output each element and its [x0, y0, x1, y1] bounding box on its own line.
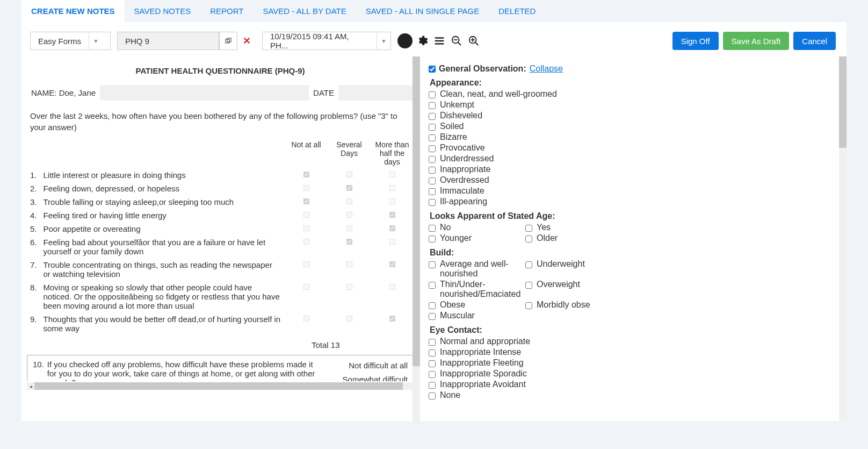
tab-4[interactable]: SAVED - ALL IN SINGLE PAGE: [356, 0, 489, 22]
phq-row: 2.Feeling down, depressed, or hopeless: [27, 182, 414, 195]
q10-option[interactable]: Not difficult at all: [332, 359, 408, 373]
vertical-scrollbar-left[interactable]: [413, 56, 420, 421]
row-text: Trouble falling or staying asleep,or sle…: [40, 195, 285, 209]
collapse-link[interactable]: Collapse: [530, 64, 563, 74]
phq-checkbox[interactable]: [346, 212, 352, 218]
option-checkbox[interactable]: [429, 156, 436, 163]
option-checkbox[interactable]: [429, 313, 436, 320]
option-checkbox[interactable]: [429, 225, 436, 232]
phq-checkbox[interactable]: [346, 185, 352, 191]
option-checkbox[interactable]: [429, 124, 436, 131]
option-checkbox[interactable]: [429, 145, 436, 152]
phq-checkbox[interactable]: [346, 198, 352, 205]
scrollbar-thumb[interactable]: [839, 56, 847, 148]
tab-2[interactable]: REPORT: [200, 0, 253, 22]
option-checkbox[interactable]: [429, 199, 436, 206]
phq-checkbox[interactable]: [303, 261, 309, 268]
option-checkbox[interactable]: [429, 188, 436, 195]
option-label: Younger: [440, 233, 472, 243]
option-checkbox[interactable]: [429, 113, 436, 120]
option-checkbox[interactable]: [525, 261, 532, 268]
phq-checkbox[interactable]: [389, 225, 395, 232]
option-checkbox[interactable]: [429, 339, 436, 346]
phq-checkbox[interactable]: [389, 198, 395, 205]
subsection-header: Build:: [429, 248, 841, 258]
zoom-in-button[interactable]: [466, 33, 481, 48]
option-checkbox[interactable]: [429, 371, 436, 378]
datetime-select[interactable]: 10/19/2015 09:41 AM, PH... ▼: [262, 32, 391, 50]
popout-icon: [225, 38, 232, 44]
phq-checkbox[interactable]: [346, 225, 352, 232]
date-label: DATE: [309, 85, 338, 101]
phq-checkbox[interactable]: [303, 316, 309, 322]
close-button[interactable]: ✕: [237, 32, 256, 50]
form-select[interactable]: Easy Forms ▼: [30, 32, 111, 50]
option-checkbox[interactable]: [429, 91, 436, 98]
phq-row: 9.Thoughts that you would be better off …: [27, 312, 414, 335]
phq-checkbox[interactable]: [346, 284, 352, 290]
tab-3[interactable]: SAVED - ALL BY DATE: [253, 0, 356, 22]
phq-checkbox[interactable]: [389, 284, 395, 290]
option-checkbox[interactable]: [429, 302, 436, 309]
phq-checkbox[interactable]: [303, 239, 309, 245]
option-checkbox[interactable]: [429, 360, 436, 367]
phq-checkbox[interactable]: [389, 261, 395, 268]
cancel-button[interactable]: Cancel: [793, 32, 836, 50]
settings-button[interactable]: [415, 33, 430, 48]
phq-checkbox[interactable]: [346, 239, 352, 245]
popout-button[interactable]: [219, 32, 237, 50]
option-checkbox[interactable]: [429, 177, 436, 184]
save-draft-button[interactable]: Save As Draft: [723, 32, 790, 50]
datetime-select-label: 10/19/2015 09:41 AM, PH...: [263, 32, 377, 50]
option-checkbox[interactable]: [429, 167, 436, 174]
phq-checkbox[interactable]: [346, 172, 352, 178]
phq-checkbox[interactable]: [303, 284, 309, 290]
row-num: 4.: [27, 209, 40, 222]
option-checkbox[interactable]: [429, 282, 436, 289]
option-checkbox[interactable]: [429, 236, 436, 243]
tab-5[interactable]: DELETED: [489, 0, 545, 22]
option-checkbox[interactable]: [429, 261, 436, 268]
option-checkbox[interactable]: [525, 236, 532, 243]
vertical-scrollbar-right[interactable]: [839, 56, 847, 421]
left-panel: PATIENT HEALTH QUESTIONNAIRE (PHQ-9) NAM…: [21, 56, 419, 421]
phq-row: 4.Feeling tired or having little energy: [27, 209, 414, 222]
scrollbar-thumb[interactable]: [413, 56, 420, 366]
option-checkbox[interactable]: [525, 302, 532, 309]
menu-button[interactable]: [432, 33, 447, 48]
sign-off-button[interactable]: Sign Off: [672, 32, 719, 50]
phq-checkbox[interactable]: [389, 212, 395, 218]
row-num: 1.: [27, 168, 40, 182]
phq-checkbox[interactable]: [303, 185, 309, 191]
list-item: Underweight: [525, 259, 622, 279]
option-checkbox[interactable]: [429, 393, 436, 400]
scrollbar-thumb[interactable]: [34, 382, 403, 390]
zoom-out-button[interactable]: [449, 33, 464, 48]
phq-checkbox[interactable]: [389, 316, 395, 322]
tab-0[interactable]: CREATE NEW NOTES: [21, 0, 125, 22]
option-checkbox[interactable]: [525, 225, 532, 232]
phq-checkbox[interactable]: [303, 225, 309, 232]
q10-text: If you checked off any problems, how dif…: [47, 360, 322, 381]
phq-select[interactable]: PHQ 9: [117, 32, 219, 50]
tab-1[interactable]: SAVED NOTES: [125, 0, 201, 22]
option-checkbox[interactable]: [429, 350, 436, 357]
phq-checkbox[interactable]: [346, 316, 352, 322]
phq-checkbox[interactable]: [346, 261, 352, 268]
phq-col-header: SeveralDays: [328, 138, 371, 168]
rewind-button[interactable]: ◂◂: [397, 33, 413, 48]
phq-checkbox[interactable]: [303, 212, 309, 218]
option-checkbox[interactable]: [429, 102, 436, 109]
option-checkbox[interactable]: [429, 382, 436, 389]
phq-checkbox[interactable]: [303, 172, 309, 178]
phq-checkbox[interactable]: [303, 198, 309, 205]
phq-checkbox[interactable]: [389, 172, 395, 178]
phq-checkbox[interactable]: [389, 185, 395, 191]
option-checkbox[interactable]: [525, 282, 532, 289]
option-label: Inappropriate Avoidant: [440, 380, 526, 389]
horizontal-scrollbar[interactable]: ◂ ▸: [27, 382, 419, 390]
option-checkbox[interactable]: [429, 134, 436, 141]
phq-checkbox[interactable]: [389, 239, 395, 245]
section-checkbox[interactable]: [429, 66, 436, 73]
q10-option[interactable]: Somewhat difficult: [332, 373, 408, 382]
